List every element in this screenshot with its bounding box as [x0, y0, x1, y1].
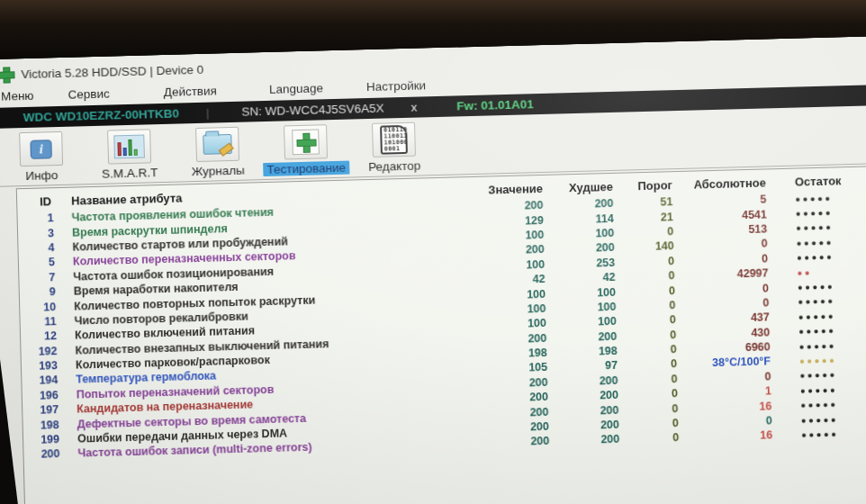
threshold-cell: 0 — [624, 313, 683, 328]
threshold-cell: 21 — [621, 211, 681, 225]
menu-item-service[interactable]: Сервис — [68, 87, 110, 102]
col-header-threshold: Порог — [620, 178, 680, 194]
attr-id: 192 — [21, 345, 62, 358]
toolbar-button-label: Журналы — [192, 164, 245, 179]
smart-chart-icon — [113, 135, 145, 159]
menu-item-settings[interactable]: Настройки — [366, 78, 427, 94]
journals-folder-icon — [203, 134, 232, 155]
device-model-tab[interactable]: WDC WD10EZRZ-00HTKB0 — [23, 107, 180, 125]
health-dots: ●●●●● — [789, 206, 866, 219]
value-cell: 129 — [474, 213, 551, 228]
raw-cell: 0 — [682, 281, 790, 296]
threshold-cell: 0 — [622, 255, 681, 269]
toolbar-button-label: S.M.A.R.T — [102, 166, 158, 181]
health-dots: ●● — [789, 266, 866, 278]
col-header-id: ID — [17, 194, 59, 209]
worst-cell: 200 — [550, 197, 620, 212]
value-cell: 200 — [478, 391, 555, 405]
col-header-raw: Абсолютное — [680, 176, 788, 192]
toolbar-button-editor[interactable]: 010110 110011 101000 0001 Редактор — [351, 122, 437, 174]
victoria-green-cross-icon — [0, 67, 14, 81]
raw-cell: 430 — [683, 325, 791, 340]
device-bar-divider: | — [206, 106, 210, 120]
menu-item-language[interactable]: Language — [269, 81, 323, 96]
attr-id: 197 — [23, 403, 64, 417]
health-dots: ●●●●● — [792, 354, 866, 366]
value-cell: 200 — [478, 405, 555, 419]
value-cell: 200 — [479, 420, 556, 435]
test-plus-icon — [292, 129, 320, 155]
attr-id: 1 — [17, 212, 59, 225]
value-cell: 100 — [474, 229, 551, 243]
worst-cell: 200 — [555, 389, 626, 403]
raw-cell: 16 — [685, 399, 793, 414]
threshold-cell: 0 — [623, 299, 682, 313]
raw-cell: 42997 — [681, 266, 789, 282]
worst-cell: 42 — [552, 271, 622, 285]
raw-cell: 6960 — [684, 340, 792, 356]
health-dots: ●●●●● — [793, 383, 866, 396]
health-dots: ●●●●● — [790, 280, 866, 292]
device-tab-close-icon[interactable]: x — [410, 101, 417, 114]
threshold-cell: 0 — [623, 284, 682, 298]
attr-id: 196 — [23, 389, 64, 402]
raw-cell: 0 — [684, 370, 792, 385]
value-cell: 105 — [477, 361, 555, 375]
health-dots: ●●●●● — [792, 339, 866, 352]
attr-id: 10 — [20, 301, 61, 314]
toolbar-button-info[interactable]: i Инфо — [0, 130, 85, 183]
health-dots: ●●●●● — [794, 428, 866, 440]
value-cell: 200 — [477, 376, 555, 391]
health-dots: ●●●●● — [794, 413, 866, 426]
attr-id: 7 — [19, 271, 60, 284]
worst-cell: 200 — [556, 418, 627, 433]
value-cell: 100 — [475, 302, 553, 317]
worst-cell: 253 — [552, 256, 622, 270]
attr-id: 5 — [19, 256, 60, 269]
value-cell: 198 — [477, 346, 555, 361]
col-header-value: Значение — [473, 182, 550, 197]
value-cell: 42 — [474, 273, 552, 287]
health-dots: ●●●●● — [791, 324, 866, 337]
worst-cell: 200 — [555, 374, 625, 389]
toolbar-button-testing[interactable]: Тестирование — [263, 124, 348, 176]
worst-cell: 100 — [553, 285, 623, 300]
attr-id: 4 — [18, 241, 59, 255]
attr-id: 198 — [23, 418, 64, 432]
raw-cell: 0 — [686, 414, 794, 429]
menu-item-menu[interactable]: Меню — [1, 89, 34, 104]
attr-id: 11 — [20, 315, 61, 328]
health-dots: ●●●●● — [789, 236, 866, 248]
window-title: Victoria 5.28 HDD/SSD | Device 0 — [21, 62, 203, 80]
value-cell: 200 — [473, 199, 550, 213]
toolbar-button-smart[interactable]: S.M.A.R.T — [86, 129, 172, 181]
toolbar-button-label: Инфо — [25, 168, 58, 183]
raw-cell: 16 — [686, 428, 794, 444]
threshold-cell: 0 — [626, 402, 685, 417]
raw-cell: 0 — [681, 237, 789, 252]
col-header-worst: Худшее — [550, 180, 620, 195]
worst-cell: 200 — [554, 329, 624, 344]
toolbar-button-label: Редактор — [368, 158, 420, 174]
threshold-cell: 51 — [620, 195, 680, 210]
threshold-cell: 0 — [627, 417, 686, 431]
health-dots: ●●●●● — [789, 250, 866, 263]
value-cell: 100 — [475, 287, 553, 302]
device-firmware: Fw: 01.01A01 — [456, 97, 534, 112]
threshold-cell: 0 — [622, 269, 681, 284]
worst-cell: 198 — [555, 345, 625, 359]
raw-cell: 0 — [682, 296, 790, 311]
threshold-cell: 140 — [622, 239, 681, 254]
col-header-health: Остаток — [788, 173, 866, 189]
worst-cell: 200 — [556, 433, 627, 447]
device-serial: SN: WD-WCC4J5SV6A5X — [241, 102, 384, 119]
raw-cell: 437 — [683, 310, 791, 326]
toolbar-button-journals[interactable]: Журналы — [175, 126, 260, 178]
value-cell: 100 — [476, 317, 554, 331]
raw-cell: 38°C/100°F — [684, 355, 792, 370]
worst-cell: 100 — [553, 301, 623, 315]
menu-item-actions[interactable]: Действия — [164, 84, 218, 99]
health-dots: ●●●●● — [791, 310, 866, 322]
raw-cell: 4541 — [681, 207, 789, 222]
attr-id: 194 — [22, 374, 63, 387]
